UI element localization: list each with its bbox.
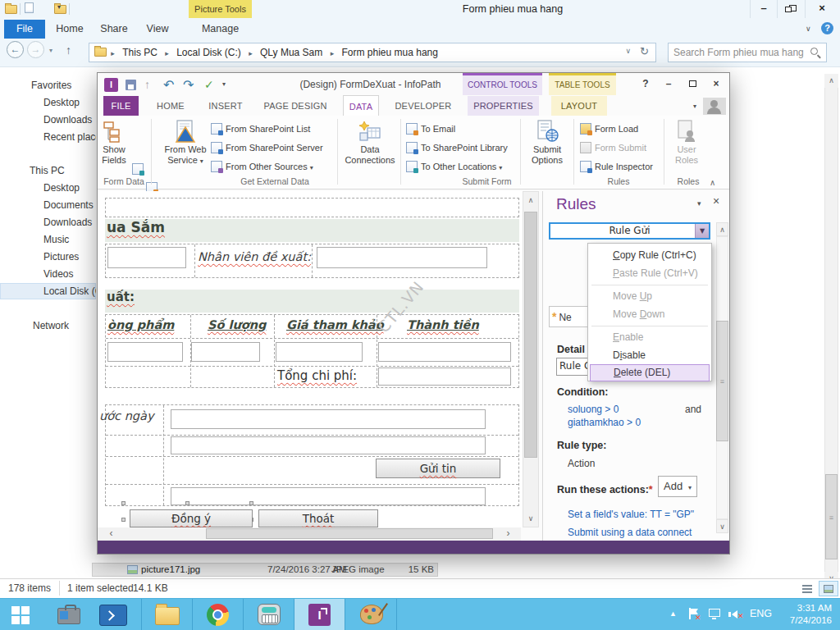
action-link-1[interactable]: Set a field's value: TT = "GP" bbox=[568, 509, 694, 520]
infopath-minimize-button[interactable]: – bbox=[660, 77, 677, 92]
ref-price-input[interactable] bbox=[276, 342, 363, 362]
sidebar-item-local-disk-c[interactable]: Local Disk (C:) bbox=[43, 283, 96, 299]
proposer-name-input[interactable] bbox=[107, 247, 186, 268]
sidebar-item-documents[interactable]: Documents bbox=[43, 197, 96, 213]
scrollbar-thumb[interactable]: ≡ bbox=[825, 474, 838, 559]
collapse-ribbon-icon[interactable]: ∧ bbox=[710, 178, 715, 187]
submit-options-button[interactable]: SubmitOptions bbox=[526, 117, 568, 166]
language-indicator[interactable]: ENG bbox=[750, 608, 772, 619]
sidebar-item-pc-downloads[interactable]: Downloads bbox=[43, 214, 96, 231]
proposer-value-input[interactable] bbox=[317, 247, 487, 268]
redo-icon[interactable]: ↷ bbox=[183, 77, 194, 93]
breadcrumb-chevron-icon[interactable]: ▸ bbox=[111, 44, 115, 62]
sidebar-item-videos[interactable]: Videos bbox=[43, 266, 96, 282]
tab-file[interactable]: File bbox=[4, 20, 45, 39]
tab-developer[interactable]: DEVELOPER bbox=[391, 96, 455, 116]
tab-properties[interactable]: PROPERTIES bbox=[468, 96, 539, 116]
breadcrumb-chevron-icon[interactable]: ▸ bbox=[249, 44, 253, 62]
selection-handle[interactable] bbox=[185, 501, 189, 505]
extra-input[interactable] bbox=[171, 487, 486, 505]
breadcrumb-chevron-icon[interactable]: ▸ bbox=[165, 44, 169, 62]
minimize-button[interactable]: – bbox=[751, 0, 776, 18]
address-bar[interactable]: ▸ This PC ▸ Local Disk (C:) ▸ QLy Mua Sa… bbox=[89, 43, 656, 62]
quantity-input[interactable] bbox=[191, 342, 260, 362]
recent-locations-icon[interactable]: ▾ bbox=[49, 47, 52, 54]
qat-folder-icon[interactable] bbox=[5, 5, 17, 14]
save-icon[interactable] bbox=[126, 80, 136, 90]
condition-link-1[interactable]: soluong > 0 bbox=[568, 404, 619, 415]
menu-item-delete[interactable]: Delete (DEL) bbox=[590, 364, 710, 381]
tab-share[interactable]: Share bbox=[94, 20, 135, 39]
scrollbar-thumb[interactable]: ≡ bbox=[716, 321, 728, 441]
sidebar-item-downloads[interactable]: Downloads bbox=[43, 112, 96, 128]
from-other-sources-button[interactable]: From Other Sources▾ bbox=[211, 158, 313, 175]
address-history-icon[interactable]: ∨ bbox=[625, 47, 631, 55]
account-dropdown-icon[interactable]: ▾ bbox=[693, 103, 696, 110]
scroll-down-icon[interactable]: ∨ bbox=[523, 512, 538, 526]
sidebar-this-pc[interactable]: This PC bbox=[30, 162, 95, 179]
from-sharepoint-list-button[interactable]: From SharePoint List bbox=[211, 121, 310, 137]
selection-handle[interactable] bbox=[121, 501, 126, 505]
selection-handle[interactable] bbox=[249, 501, 253, 505]
taskbar-powershell-button[interactable] bbox=[92, 599, 135, 630]
infopath-close-button[interactable]: × bbox=[708, 77, 724, 92]
file-row-picture171[interactable]: picture171.jpg 7/24/2016 3:27 AM JPEG im… bbox=[92, 563, 438, 577]
qat-customize-icon[interactable]: ▾ bbox=[57, 3, 61, 11]
sidebar-item-recent-places[interactable]: Recent places bbox=[43, 129, 96, 145]
taskbar-custom-app-button[interactable] bbox=[243, 599, 294, 630]
agree-button[interactable]: Đồng ý bbox=[130, 509, 253, 527]
search-icon[interactable] bbox=[810, 48, 818, 55]
view-thumbnail-button[interactable] bbox=[819, 581, 838, 596]
pane-close-icon[interactable]: × bbox=[713, 194, 719, 208]
menu-item-move-up[interactable]: Move Up bbox=[590, 287, 710, 305]
menu-item-enable[interactable]: Enable bbox=[590, 328, 710, 346]
condition-link-2[interactable]: giathamkhao > 0 bbox=[568, 417, 641, 428]
design-checker-icon[interactable]: ✓ bbox=[204, 78, 214, 91]
infopath-logo-icon[interactable]: I bbox=[104, 78, 118, 92]
action-link-2[interactable]: Submit using a data connect bbox=[568, 527, 692, 538]
tab-insert[interactable]: INSERT bbox=[204, 96, 247, 116]
tab-data[interactable]: DATA bbox=[343, 95, 379, 116]
breadcrumb-this-pc[interactable]: This PC bbox=[117, 43, 162, 62]
tab-home[interactable]: HOME bbox=[149, 96, 192, 116]
volume-icon[interactable]: ✕ bbox=[730, 608, 745, 621]
rule-selector-dropdown[interactable]: Rule Gửi ▼ bbox=[549, 222, 710, 240]
date-input[interactable] bbox=[171, 409, 486, 429]
from-web-service-button[interactable]: From WebService▾ bbox=[162, 117, 209, 167]
menu-item-move-down[interactable]: Move Down bbox=[590, 305, 710, 323]
breadcrumb-form-phieu-mua-hang[interactable]: Form phieu mua hang bbox=[337, 43, 443, 62]
amount-input[interactable] bbox=[378, 342, 511, 362]
form-load-button[interactable]: Form Load bbox=[580, 121, 638, 137]
qat-properties-icon[interactable] bbox=[25, 2, 34, 13]
form-submit-button[interactable]: Form Submit bbox=[580, 139, 646, 156]
tab-layout[interactable]: LAYOUT bbox=[551, 96, 607, 116]
view-list-button[interactable] bbox=[797, 581, 817, 596]
exit-button[interactable]: Thoát bbox=[258, 509, 378, 527]
user-roles-button[interactable]: UserRoles bbox=[667, 117, 706, 166]
taskbar-paint-button[interactable] bbox=[345, 599, 397, 630]
scrollbar-thumb[interactable] bbox=[524, 212, 537, 458]
form-title-band[interactable]: ua Sắm bbox=[105, 219, 519, 242]
add-action-button[interactable]: Add ▾ bbox=[658, 476, 697, 497]
taskbar-clock[interactable]: 3:31 AM 7/24/2016 bbox=[774, 602, 832, 627]
sidebar-item-pictures[interactable]: Pictures bbox=[43, 249, 96, 265]
form-empty-row[interactable] bbox=[105, 198, 519, 217]
data-connections-button[interactable]: DataConnections bbox=[344, 117, 396, 166]
maximize-button[interactable] bbox=[778, 0, 804, 18]
refresh-fields-icon[interactable] bbox=[132, 163, 144, 175]
dropdown-button-icon[interactable]: ▼ bbox=[695, 224, 709, 238]
help-icon[interactable]: ? bbox=[821, 22, 833, 34]
sidebar-item-music[interactable]: Music bbox=[43, 231, 96, 248]
selection-handle[interactable] bbox=[121, 518, 126, 522]
action-center-icon[interactable]: ✕ bbox=[689, 608, 702, 621]
sidebar-network[interactable]: Network bbox=[33, 317, 95, 334]
to-email-button[interactable]: To Email bbox=[406, 121, 455, 137]
infopath-maximize-button[interactable] bbox=[684, 77, 701, 92]
breadcrumb-chevron-icon[interactable]: ▸ bbox=[331, 44, 335, 62]
menu-item-paste-rule[interactable]: Paste Rule (Ctrl+V) bbox=[590, 264, 710, 282]
rule-inspector-button[interactable]: Rule Inspector bbox=[580, 158, 653, 175]
new-rule-button[interactable]: *Ne bbox=[549, 306, 588, 327]
sidebar-item-desktop[interactable]: Desktop bbox=[43, 94, 96, 111]
to-other-locations-button[interactable]: To Other Locations▾ bbox=[406, 158, 502, 175]
scroll-left-icon[interactable]: ‹ bbox=[104, 527, 118, 541]
